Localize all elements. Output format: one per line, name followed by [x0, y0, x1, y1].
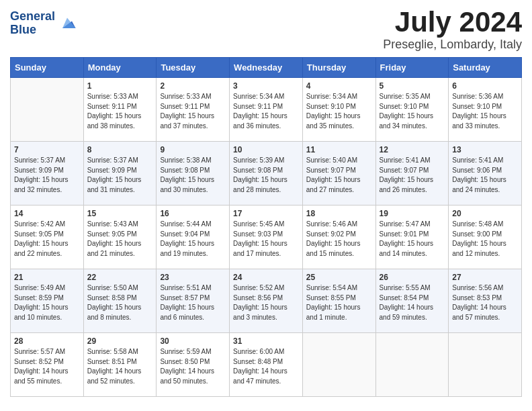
- day-number: 18: [306, 209, 372, 218]
- day-number: 23: [160, 273, 226, 282]
- day-number: 15: [87, 209, 153, 218]
- calendar-cell: 17Sunrise: 5:45 AM Sunset: 9:03 PM Dayli…: [230, 205, 303, 269]
- day-number: 30: [160, 336, 226, 346]
- cell-info: Sunrise: 5:36 AM Sunset: 9:10 PM Dayligh…: [452, 92, 518, 131]
- calendar-cell: 2Sunrise: 5:33 AM Sunset: 9:11 PM Daylig…: [157, 78, 230, 142]
- cell-info: Sunrise: 5:40 AM Sunset: 9:07 PM Dayligh…: [306, 156, 372, 195]
- calendar-cell: 3Sunrise: 5:34 AM Sunset: 9:11 PM Daylig…: [230, 78, 303, 142]
- day-number: 24: [233, 273, 299, 282]
- logo-icon: [58, 14, 77, 33]
- day-number: 2: [160, 81, 226, 91]
- cell-info: Sunrise: 5:34 AM Sunset: 9:10 PM Dayligh…: [306, 92, 372, 131]
- header-cell-tuesday: Tuesday: [157, 58, 230, 78]
- logo-text: General Blue: [10, 10, 55, 37]
- cell-info: Sunrise: 5:41 AM Sunset: 9:06 PM Dayligh…: [452, 156, 518, 195]
- day-number: 16: [160, 209, 226, 218]
- day-number: 8: [87, 145, 153, 154]
- header-cell-wednesday: Wednesday: [230, 58, 303, 78]
- cell-info: Sunrise: 5:33 AM Sunset: 9:11 PM Dayligh…: [87, 92, 153, 131]
- header-cell-friday: Friday: [375, 58, 449, 78]
- logo-line2: Blue: [10, 23, 36, 36]
- cell-info: Sunrise: 5:43 AM Sunset: 9:05 PM Dayligh…: [87, 220, 153, 259]
- cell-info: Sunrise: 5:34 AM Sunset: 9:11 PM Dayligh…: [233, 92, 299, 131]
- calendar-cell: 29Sunrise: 5:58 AM Sunset: 8:51 PM Dayli…: [83, 333, 157, 397]
- day-number: 14: [14, 209, 80, 218]
- calendar-cell: 11Sunrise: 5:40 AM Sunset: 9:07 PM Dayli…: [302, 142, 375, 205]
- week-row-2: 7Sunrise: 5:37 AM Sunset: 9:09 PM Daylig…: [11, 142, 522, 205]
- day-number: 10: [233, 145, 299, 154]
- cell-info: Sunrise: 5:50 AM Sunset: 8:58 PM Dayligh…: [87, 283, 153, 322]
- cell-info: Sunrise: 5:58 AM Sunset: 8:51 PM Dayligh…: [87, 347, 153, 386]
- cell-info: Sunrise: 5:51 AM Sunset: 8:57 PM Dayligh…: [160, 283, 226, 322]
- cell-info: Sunrise: 5:49 AM Sunset: 8:59 PM Dayligh…: [14, 283, 80, 322]
- title-area: July 2024 Preseglie, Lombardy, Italy: [383, 7, 522, 52]
- logo-line1: General: [10, 9, 55, 23]
- calendar-cell: 18Sunrise: 5:46 AM Sunset: 9:02 PM Dayli…: [302, 205, 375, 269]
- day-number: 27: [452, 273, 518, 282]
- cell-info: Sunrise: 5:41 AM Sunset: 9:07 PM Dayligh…: [380, 156, 445, 195]
- calendar-cell: 16Sunrise: 5:44 AM Sunset: 9:04 PM Dayli…: [157, 205, 230, 269]
- day-number: 20: [452, 209, 518, 218]
- cell-info: Sunrise: 5:39 AM Sunset: 9:08 PM Dayligh…: [233, 156, 299, 195]
- cell-info: Sunrise: 5:56 AM Sunset: 8:53 PM Dayligh…: [452, 283, 518, 322]
- header-cell-thursday: Thursday: [302, 58, 375, 78]
- cell-info: Sunrise: 5:38 AM Sunset: 9:08 PM Dayligh…: [160, 156, 226, 195]
- cell-info: Sunrise: 5:42 AM Sunset: 9:05 PM Dayligh…: [14, 220, 80, 259]
- location-title: Preseglie, Lombardy, Italy: [383, 38, 522, 52]
- calendar-cell: 15Sunrise: 5:43 AM Sunset: 9:05 PM Dayli…: [83, 205, 157, 269]
- cell-info: Sunrise: 5:35 AM Sunset: 9:10 PM Dayligh…: [380, 92, 445, 131]
- day-number: 13: [452, 145, 518, 154]
- cell-info: Sunrise: 6:00 AM Sunset: 8:48 PM Dayligh…: [233, 347, 299, 386]
- day-number: 3: [233, 81, 299, 91]
- week-row-1: 1Sunrise: 5:33 AM Sunset: 9:11 PM Daylig…: [11, 78, 522, 142]
- day-number: 5: [380, 81, 445, 91]
- calendar-cell: 28Sunrise: 5:57 AM Sunset: 8:52 PM Dayli…: [11, 333, 84, 397]
- header-row: SundayMondayTuesdayWednesdayThursdayFrid…: [11, 58, 522, 78]
- day-number: 1: [87, 81, 153, 91]
- day-number: 12: [380, 145, 445, 154]
- calendar-cell: 27Sunrise: 5:56 AM Sunset: 8:53 PM Dayli…: [449, 269, 522, 333]
- logo: General Blue: [10, 10, 77, 37]
- cell-info: Sunrise: 5:57 AM Sunset: 8:52 PM Dayligh…: [14, 347, 80, 386]
- day-number: 17: [233, 209, 299, 218]
- cell-info: Sunrise: 5:59 AM Sunset: 8:50 PM Dayligh…: [160, 347, 226, 386]
- calendar-cell: 20Sunrise: 5:48 AM Sunset: 9:00 PM Dayli…: [449, 205, 522, 269]
- calendar-cell: 24Sunrise: 5:52 AM Sunset: 8:56 PM Dayli…: [230, 269, 303, 333]
- cell-info: Sunrise: 5:33 AM Sunset: 9:11 PM Dayligh…: [160, 92, 226, 131]
- day-number: 6: [452, 81, 518, 91]
- calendar-cell: 23Sunrise: 5:51 AM Sunset: 8:57 PM Dayli…: [157, 269, 230, 333]
- calendar-cell: [11, 78, 84, 142]
- calendar-cell: [375, 333, 449, 397]
- calendar-cell: 21Sunrise: 5:49 AM Sunset: 8:59 PM Dayli…: [11, 269, 84, 333]
- calendar-cell: 14Sunrise: 5:42 AM Sunset: 9:05 PM Dayli…: [11, 205, 84, 269]
- header-cell-saturday: Saturday: [449, 58, 522, 78]
- cell-info: Sunrise: 5:55 AM Sunset: 8:54 PM Dayligh…: [380, 283, 445, 322]
- cell-info: Sunrise: 5:48 AM Sunset: 9:00 PM Dayligh…: [452, 220, 518, 259]
- cell-info: Sunrise: 5:44 AM Sunset: 9:04 PM Dayligh…: [160, 220, 226, 259]
- month-title: July 2024: [383, 7, 522, 38]
- day-number: 7: [14, 145, 80, 154]
- day-number: 9: [160, 145, 226, 154]
- svg-marker-1: [62, 17, 76, 28]
- day-number: 26: [380, 273, 445, 282]
- cell-info: Sunrise: 5:37 AM Sunset: 9:09 PM Dayligh…: [87, 156, 153, 195]
- day-number: 29: [87, 336, 153, 346]
- cell-info: Sunrise: 5:54 AM Sunset: 8:55 PM Dayligh…: [306, 283, 372, 322]
- cell-info: Sunrise: 5:45 AM Sunset: 9:03 PM Dayligh…: [233, 220, 299, 259]
- week-row-3: 14Sunrise: 5:42 AM Sunset: 9:05 PM Dayli…: [11, 205, 522, 269]
- header-cell-sunday: Sunday: [11, 58, 84, 78]
- header-cell-monday: Monday: [83, 58, 157, 78]
- day-number: 21: [14, 273, 80, 282]
- calendar-cell: [449, 333, 522, 397]
- day-number: 22: [87, 273, 153, 282]
- calendar-cell: 1Sunrise: 5:33 AM Sunset: 9:11 PM Daylig…: [83, 78, 157, 142]
- calendar-cell: 31Sunrise: 6:00 AM Sunset: 8:48 PM Dayli…: [230, 333, 303, 397]
- calendar-cell: [302, 333, 375, 397]
- calendar-cell: 6Sunrise: 5:36 AM Sunset: 9:10 PM Daylig…: [449, 78, 522, 142]
- calendar-cell: 8Sunrise: 5:37 AM Sunset: 9:09 PM Daylig…: [83, 142, 157, 205]
- calendar-cell: 22Sunrise: 5:50 AM Sunset: 8:58 PM Dayli…: [83, 269, 157, 333]
- day-number: 19: [380, 209, 445, 218]
- day-number: 11: [306, 145, 372, 154]
- cell-info: Sunrise: 5:47 AM Sunset: 9:01 PM Dayligh…: [380, 220, 445, 259]
- calendar-cell: 26Sunrise: 5:55 AM Sunset: 8:54 PM Dayli…: [375, 269, 449, 333]
